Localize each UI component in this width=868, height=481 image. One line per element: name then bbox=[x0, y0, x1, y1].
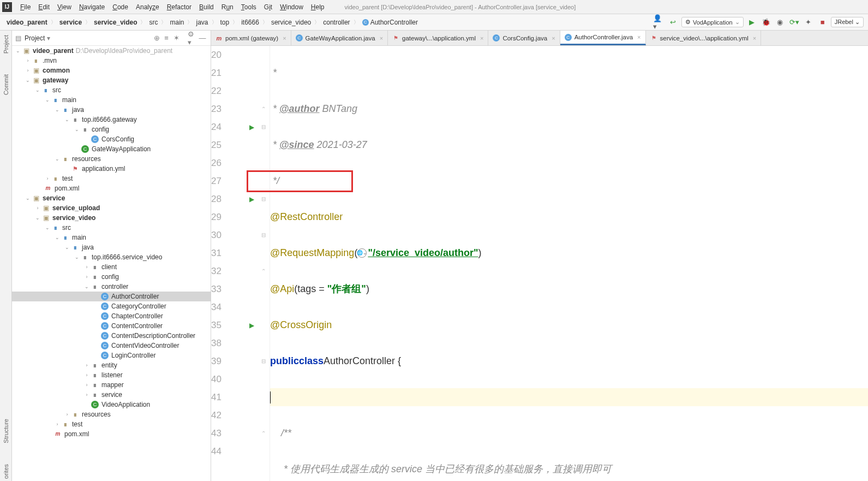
editor-area: mpom.xml (gateway)× CGateWayApplication.… bbox=[211, 31, 868, 481]
tool-window-strip: Project Commit Structure orites bbox=[0, 31, 12, 481]
navigation-bar: video_parent〉 service〉 service_video〉 sr… bbox=[0, 14, 868, 31]
run-gutter-icon[interactable]: ▶ bbox=[249, 322, 254, 329]
crumb[interactable]: src bbox=[147, 19, 160, 26]
crumb[interactable]: video_parent bbox=[4, 19, 50, 26]
code-content[interactable]: * * @author BNTang * @since 2021-03-27 *… bbox=[270, 46, 868, 481]
editor-tabs: mpom.xml (gateway)× CGateWayApplication.… bbox=[211, 31, 868, 46]
project-panel: ▤ Project ▾ ⊕ ≡ ✶ ⚙ ▾ — ⌄▣video_parentD:… bbox=[12, 31, 211, 481]
stop-button[interactable]: ■ bbox=[817, 16, 829, 28]
close-icon[interactable]: × bbox=[637, 34, 640, 40]
settings-icon[interactable]: ⚙ ▾ bbox=[188, 33, 197, 43]
back-icon[interactable]: ↩ bbox=[667, 16, 679, 28]
project-title[interactable]: Project ▾ bbox=[25, 34, 152, 42]
menu-build[interactable]: Build bbox=[195, 2, 218, 12]
tab-pom[interactable]: mpom.xml (gateway)× bbox=[211, 31, 291, 45]
crumb[interactable]: top bbox=[218, 19, 232, 26]
profile-button[interactable]: ⟳▾ bbox=[788, 16, 800, 28]
app-logo: IJ bbox=[2, 2, 12, 12]
hide-icon[interactable]: — bbox=[197, 33, 207, 43]
window-title: video_parent [D:\Develop\IdeaPro\video_p… bbox=[345, 4, 576, 10]
attach-button[interactable]: ✦ bbox=[803, 16, 815, 28]
close-icon[interactable]: × bbox=[380, 35, 383, 41]
menu-file[interactable]: File bbox=[16, 2, 34, 12]
menu-help[interactable]: Help bbox=[307, 2, 328, 12]
expand-icon[interactable]: ≡ bbox=[161, 33, 171, 43]
coverage-button[interactable]: ◉ bbox=[774, 16, 786, 28]
tab-gateway-app[interactable]: CGateWayApplication.java× bbox=[291, 31, 388, 45]
run-gutter-icon[interactable]: ▶ bbox=[249, 195, 254, 203]
project-panel-header: ▤ Project ▾ ⊕ ≡ ✶ ⚙ ▾ — bbox=[12, 31, 211, 46]
tab-cors[interactable]: CCorsConfig.java× bbox=[488, 31, 560, 45]
line-gutter: 20 21 22 23 24 25 26 27 28 29 30 31 32 3… bbox=[211, 46, 249, 481]
tab-service-yml[interactable]: ⚑service_video\...\application.yml× bbox=[646, 31, 762, 45]
project-tool-button[interactable]: Project bbox=[3, 33, 9, 56]
crumb[interactable]: CAuthorController bbox=[360, 19, 420, 26]
run-gutter-icon[interactable]: ▶ bbox=[249, 123, 254, 131]
favorites-tool-button[interactable]: orites bbox=[3, 462, 9, 481]
collapse-icon[interactable]: ✶ bbox=[171, 33, 181, 43]
close-icon[interactable]: × bbox=[283, 35, 286, 41]
menu-navigate[interactable]: Navigate bbox=[75, 2, 109, 12]
menu-view[interactable]: View bbox=[53, 2, 75, 12]
menu-bar: IJ File Edit View Navigate Code Analyze … bbox=[0, 0, 868, 14]
tab-author-controller[interactable]: CAuthorController.java× bbox=[560, 31, 646, 45]
structure-tool-button[interactable]: Structure bbox=[3, 417, 9, 446]
debug-button[interactable]: 🐞 bbox=[760, 16, 772, 28]
tab-gateway-yml[interactable]: ⚑gateway\...\application.yml× bbox=[388, 31, 488, 45]
menu-tools[interactable]: Tools bbox=[237, 2, 260, 12]
crumb[interactable]: service_video bbox=[269, 19, 313, 26]
icon-gutter: ▶ ▶ ▶ bbox=[249, 46, 261, 481]
breadcrumbs: video_parent〉 service〉 service_video〉 sr… bbox=[0, 19, 653, 26]
menu-code[interactable]: Code bbox=[109, 2, 132, 12]
crumb[interactable]: main bbox=[167, 19, 186, 26]
menu-window[interactable]: Window bbox=[276, 2, 307, 12]
crumb[interactable]: controller bbox=[321, 19, 352, 26]
commit-tool-button[interactable]: Commit bbox=[3, 72, 9, 97]
close-icon[interactable]: × bbox=[753, 35, 756, 41]
toolbar: 👤▾ ↩ ⚙ VodApplication ⌄ ▶ 🐞 ◉ ⟳▾ ✦ ■ JRe… bbox=[653, 16, 868, 28]
menu-run[interactable]: Run bbox=[218, 2, 237, 12]
menu-git[interactable]: Git bbox=[260, 2, 276, 12]
project-tree[interactable]: ⌄▣video_parentD:\Develop\IdeaPro\video_p… bbox=[12, 46, 211, 481]
crumb[interactable]: service_video bbox=[92, 19, 139, 26]
jrebel-button[interactable]: JRebel ⌄ bbox=[831, 17, 864, 27]
menu-refactor[interactable]: Refactor bbox=[163, 2, 195, 12]
crumb[interactable]: it6666 bbox=[239, 19, 261, 26]
code-editor[interactable]: 20 21 22 23 24 25 26 27 28 29 30 31 32 3… bbox=[211, 46, 868, 481]
close-icon[interactable]: × bbox=[480, 35, 483, 41]
tree-item-author-controller: CAuthorController bbox=[12, 292, 211, 301]
run-config-selector[interactable]: ⚙ VodApplication ⌄ bbox=[681, 17, 744, 27]
crumb[interactable]: service bbox=[57, 19, 84, 26]
run-button[interactable]: ▶ bbox=[746, 16, 758, 28]
menu-edit[interactable]: Edit bbox=[34, 2, 53, 12]
user-icon[interactable]: 👤▾ bbox=[653, 16, 665, 28]
project-icon: ▤ bbox=[15, 34, 21, 42]
close-icon[interactable]: × bbox=[552, 35, 555, 41]
locate-icon[interactable]: ⊕ bbox=[152, 33, 161, 43]
menu-analyze[interactable]: Analyze bbox=[132, 2, 163, 12]
crumb[interactable]: java bbox=[194, 19, 210, 26]
fold-gutter: ⌃ ⊟ ⊟ ⊟⌃ ⊟ ⌃ bbox=[261, 46, 270, 481]
